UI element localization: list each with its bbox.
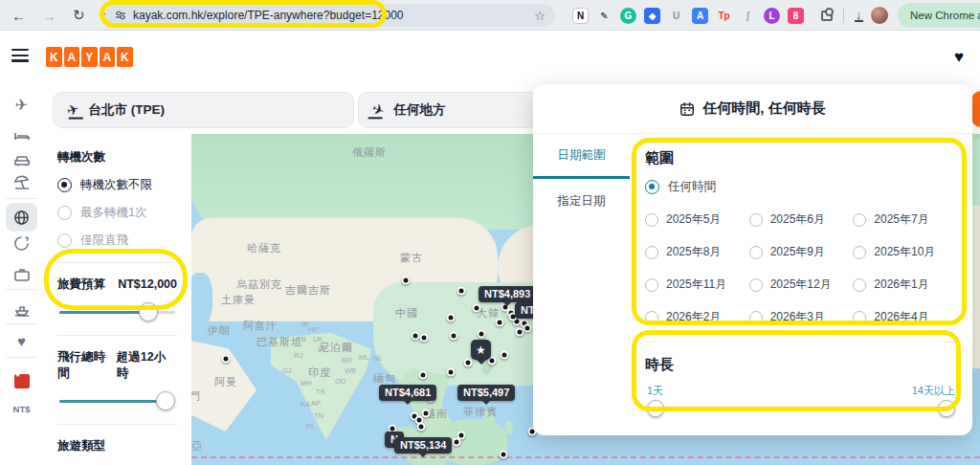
radio-button[interactable] [57,233,72,248]
map-price-label[interactable]: NT$4,681 [379,385,436,401]
map-destination-dot[interactable] [501,351,509,360]
map-price-label[interactable]: NT$5,497 [457,385,515,401]
month-option[interactable]: 2025年5月 [645,211,749,228]
favorites-heart-icon[interactable]: ♥ [954,48,964,67]
map-destination-dot[interactable] [222,355,231,364]
month-radio[interactable] [853,246,866,259]
map-destination-dot[interactable] [417,423,426,432]
map-destination-dot[interactable] [500,451,508,459]
duration-slider-min-handle[interactable] [647,400,664,417]
extension-icon[interactable]: N [572,8,589,24]
map-destination-dot[interactable] [447,368,456,377]
map-destination-dot[interactable] [523,324,532,333]
extension-icon[interactable]: ✎ [596,8,612,24]
month-radio[interactable] [853,311,866,324]
origin-field[interactable]: ✈ 台北市 (TPE) [53,92,354,128]
month-option[interactable]: 2025年10月 [853,244,957,260]
month-option[interactable]: 2026年1月 [853,277,957,293]
downloads-icon[interactable]: ↓ [855,10,863,22]
budget-slider-handle[interactable] [139,302,158,321]
back-button[interactable]: ← [11,8,26,24]
month-radio[interactable] [749,311,763,324]
chrome-update-button[interactable]: New Chrome avail [898,3,980,28]
month-radio[interactable] [645,311,658,324]
month-radio[interactable] [645,278,658,292]
date-mode-tab[interactable]: 日期範圍 [533,134,630,179]
map-destination-dot[interactable] [473,304,481,313]
region-flag-icon[interactable] [0,374,43,388]
currency-label[interactable]: NT$ [0,404,43,414]
extension-icon[interactable]: A [692,8,708,24]
map-destination-dot[interactable] [464,359,473,367]
duration-slider[interactable] [647,399,955,418]
month-radio[interactable] [853,278,866,292]
site-settings-icon[interactable] [115,10,126,21]
search-submit-button[interactable] [971,91,980,127]
direct-flights-icon[interactable] [0,235,43,252]
map-price-label[interactable]: NT$4,893 [479,286,536,302]
extension-icon[interactable]: L [764,8,780,24]
month-radio[interactable] [749,278,763,292]
map-destination-dot[interactable] [496,319,504,327]
map-destination-dot[interactable] [450,332,458,341]
stops-option[interactable]: 轉機次數不限 [57,177,177,193]
map-destination-dot[interactable] [453,438,461,447]
map-price-label[interactable]: NT$5,134 [394,437,452,454]
date-mode-tab[interactable]: 指定日期 [533,179,630,224]
month-option[interactable]: 2025年7月 [853,211,957,228]
month-option[interactable]: 2025年8月 [645,244,749,260]
map-destination-dot[interactable] [412,332,420,341]
flight-time-slider[interactable] [59,391,175,410]
reload-button[interactable]: ↻ [73,7,85,24]
extension-icon[interactable]: Tp [716,8,732,24]
month-option[interactable]: 2025年9月 [749,244,854,260]
menu-button[interactable] [11,49,29,62]
extension-icon[interactable]: 8 [788,8,804,24]
map-destination-dot[interactable] [422,410,431,418]
packages-icon[interactable] [0,175,43,190]
month-option[interactable]: 2025年12月 [749,277,854,293]
extension-icon[interactable]: G [620,8,636,24]
map-destination-dot[interactable] [420,334,429,343]
saved-heart-icon[interactable]: ♥ [0,333,43,349]
extension-icon[interactable]: ʃ [740,8,756,24]
budget-slider[interactable] [59,302,175,321]
radio-button[interactable] [57,206,72,220]
radio-button[interactable] [57,178,72,192]
business-icon[interactable] [0,267,43,282]
stays-icon[interactable] [0,127,43,143]
extension-icon[interactable]: U [668,8,684,24]
month-radio[interactable] [645,246,658,259]
month-radio[interactable] [749,213,763,227]
forward-button[interactable]: → [42,8,56,24]
month-option[interactable]: 2026年2月 [645,309,749,325]
duration-slider-max-handle[interactable] [938,400,955,417]
extensions-puzzle-icon[interactable] [821,11,833,21]
anytime-option[interactable]: 任何時間 [645,179,957,195]
flight-time-slider-handle[interactable] [156,391,175,410]
month-radio[interactable] [853,213,866,227]
month-option[interactable]: 2026年3月 [749,309,854,325]
month-radio[interactable] [645,213,658,227]
radio-button[interactable] [645,180,659,194]
explore-globe-icon[interactable] [0,210,43,226]
map-destination-dot[interactable] [447,314,456,322]
cars-icon[interactable] [0,152,43,167]
map-destination-dot[interactable] [402,277,411,285]
map-destination-dot[interactable] [457,287,466,296]
address-bar[interactable]: kayak.com.hk/explore/TPE-anywhere?budget… [105,4,555,27]
flights-icon[interactable]: ✈ [0,96,43,114]
profile-avatar[interactable] [871,7,888,24]
origin-star-marker[interactable]: ★ [471,340,491,360]
map-destination-dot[interactable] [419,371,428,380]
month-option[interactable]: 2025年11月 [645,277,749,293]
stops-option[interactable]: 僅限直飛 [57,232,177,249]
cruise-icon[interactable] [0,301,43,317]
kayak-logo[interactable]: KAYAK [46,47,133,67]
bookmark-star-icon[interactable]: ☆ [534,9,546,23]
month-option[interactable]: 2026年4月 [853,309,957,325]
stops-option[interactable]: 最多轉機1次 [57,205,177,221]
extension-icon[interactable]: ◆ [644,8,660,24]
month-radio[interactable] [749,246,763,259]
month-option[interactable]: 2025年6月 [749,211,854,228]
